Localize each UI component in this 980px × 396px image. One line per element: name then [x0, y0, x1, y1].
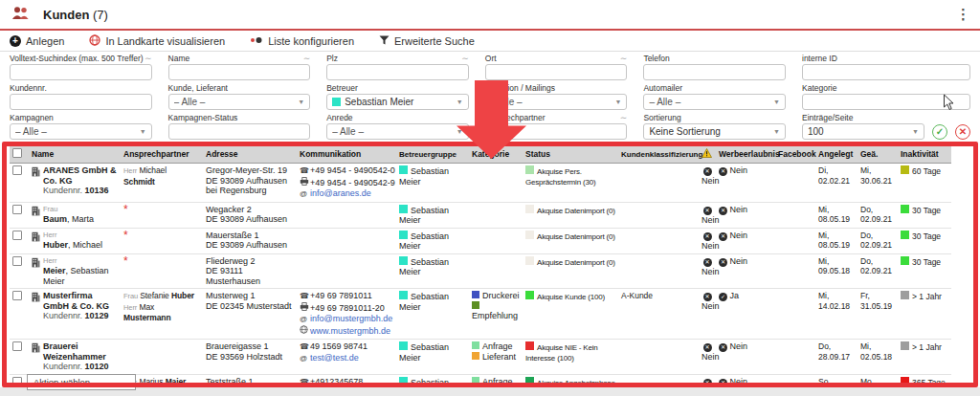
betreuergruppe: Sebastian Meier [399, 341, 466, 363]
col-angelegt[interactable]: Angelegt [815, 145, 858, 164]
col-betreuergruppe[interactable]: Betreuergruppe [396, 145, 469, 164]
comm-line: ☎+4912345678 [300, 377, 393, 388]
betreuergruppe: Sebastian Meier [399, 165, 466, 187]
filter-label: Plz [326, 54, 338, 63]
filter-label: Automailer [643, 83, 786, 93]
col-kommunikation[interactable]: Kommunikation [297, 145, 396, 164]
col-facebook[interactable]: Facebook [775, 145, 815, 164]
title-bar: Kunden (7) ⋮ [0, 0, 980, 31]
chevron-down-icon: ▼ [457, 128, 463, 135]
sort-handle-icon[interactable]: ∼ [303, 54, 311, 63]
filter-telefon: Telefon [643, 54, 786, 80]
erweiterte-suche-button[interactable]: Erweiterte Suche [379, 35, 475, 47]
anlegen-button[interactable]: + Anlegen [10, 35, 64, 47]
interne-id-input[interactable] [802, 64, 970, 80]
betreuergruppe: Sebastian Meier [399, 256, 466, 277]
table-row[interactable]: HerrHuber, Michael*Mauerstaße 1DE 93089 … [10, 228, 951, 253]
col-ansprechpartner[interactable]: Ansprechpartner [121, 145, 203, 164]
select-all-checkbox[interactable] [12, 148, 22, 158]
col-warning[interactable] [699, 145, 716, 164]
row-checkbox[interactable] [12, 165, 22, 175]
row-checkbox[interactable] [12, 256, 22, 266]
category: Anfrage [472, 377, 520, 387]
website-link[interactable]: www.mustergmbh.de [310, 326, 390, 336]
col-geaendert[interactable]: Geä. [858, 145, 898, 164]
filter-anrede: Anrede – Alle –▼ [326, 113, 469, 140]
no-icon: ✕ [703, 343, 712, 352]
inaktivitaet: 365 Tage [901, 377, 948, 388]
action-select[interactable]: Aktion wählen ⌄ [27, 374, 136, 390]
row-checkbox[interactable] [12, 341, 22, 351]
kebab-menu-icon[interactable]: ⋮ [956, 7, 970, 22]
category: Empfehlung [472, 301, 520, 321]
inaktivitaet: 60 Tage [901, 165, 948, 177]
col-kundenklassifizierung[interactable]: Kundenklassifizierung [618, 145, 699, 164]
col-kategorie[interactable]: Kategorie [469, 145, 523, 164]
col-werbeerlaubnis[interactable]: Werbeerlaubnis [716, 145, 775, 164]
kunde-lieferant-select[interactable]: – Alle –▼ [168, 94, 311, 110]
kategorie-input[interactable] [802, 94, 970, 110]
row-checkbox[interactable] [12, 377, 22, 386]
table-row[interactable]: Musterfirma GmbH & Co. KGKundennr. 10129… [10, 289, 951, 340]
kampagnen-select[interactable]: – Alle –▼ [10, 123, 152, 140]
table-row[interactable]: FrauBaum, Marta*Wegacker 2DE 93089 Aufha… [10, 202, 951, 228]
address-line: Gregor-Meyer-Str. 19 [206, 165, 294, 176]
chevron-down-icon: ▼ [614, 99, 621, 105]
no-icon: ✕ [719, 232, 727, 241]
status: Akquise Pers. Gesprächstermin (30) [525, 165, 615, 187]
table-row[interactable]: ARANES GmbH & Co. KGKundennr. 10136Herr … [10, 164, 951, 203]
reset-filter-button[interactable]: ✕ [955, 124, 970, 140]
plz-input[interactable] [326, 64, 469, 80]
col-inaktivitaet[interactable]: Inaktivität [898, 145, 951, 164]
ort-input[interactable] [485, 64, 628, 80]
telefon-input[interactable] [643, 64, 786, 80]
color-swatch [399, 165, 408, 174]
company-icon [32, 165, 40, 196]
automailer-select[interactable]: – Alle –▼ [643, 94, 786, 110]
sort-handle-icon[interactable]: ∼ [461, 54, 469, 63]
ansprechpartner-input[interactable] [485, 123, 628, 140]
col-name[interactable]: Name [29, 145, 121, 164]
row-checkbox[interactable] [12, 291, 22, 300]
volltext-input[interactable] [10, 64, 152, 80]
filter-label: Kategorie [802, 83, 970, 93]
sortierung-select[interactable]: Keine Sortierung▼ [643, 123, 786, 140]
sort-handle-icon[interactable]: ∼ [145, 54, 152, 63]
angelegt-date: Di,02.02.21 [815, 164, 858, 203]
color-swatch [901, 205, 909, 213]
kundennr-input[interactable] [10, 94, 152, 110]
col-adresse[interactable]: Adresse [203, 145, 297, 164]
apply-filter-button[interactable]: ✓ [932, 124, 947, 140]
email-link[interactable]: info@mustergmbh.de [310, 314, 392, 323]
customer-number: Kundennr. 10129 [43, 311, 118, 321]
required-asterisk-icon: * [123, 203, 128, 216]
phone-number: +49 9454 - 9490542-9 [310, 178, 395, 187]
eintraege-select[interactable]: 100▼ [802, 123, 924, 140]
table-row[interactable]: Brauerei WeizenhammerKundennr. 10120Brau… [10, 340, 951, 375]
status: Akquise Datenimport (0) [525, 231, 615, 243]
col-status[interactable]: Status [523, 145, 618, 164]
sort-handle-icon[interactable]: ∼ [620, 113, 628, 122]
landkarte-button[interactable]: In Landkarte visualisieren [89, 34, 225, 48]
name-input[interactable] [168, 64, 311, 80]
no-icon: ✕ [719, 167, 727, 176]
betreuer-select[interactable]: Sebastian Meier▼ [326, 94, 469, 110]
filter-kampagnen-status: Kampagnen-Status [168, 113, 311, 140]
selektion-select[interactable]: – Alle –▼ [485, 94, 628, 110]
row-checkbox[interactable] [12, 231, 22, 240]
phone-number: +49 69 7891011-20 [310, 303, 385, 313]
email-link[interactable]: info@aranes.de [310, 188, 371, 198]
kampagnen-status-input[interactable] [168, 123, 311, 140]
anrede-select[interactable]: – Alle –▼ [326, 123, 469, 140]
row-checkbox[interactable] [12, 205, 22, 214]
sort-handle-icon[interactable]: ∼ [620, 54, 628, 63]
at-icon: @ [300, 189, 310, 200]
required-asterisk-icon: * [123, 254, 128, 268]
geaendert-date: Fr,31.05.19 [858, 289, 898, 340]
filter-ort: ∼Ort [485, 54, 628, 80]
table-row[interactable]: HerrMeier, Sebastian Meier*Fliederweg 2D… [10, 253, 951, 289]
liste-konfigurieren-button[interactable]: Liste konfigurieren [250, 35, 354, 47]
customer-number: Kundennr. 10120 [43, 362, 118, 372]
chevron-down-icon: ▼ [773, 99, 780, 105]
email-link[interactable]: test@test.de [310, 353, 359, 363]
